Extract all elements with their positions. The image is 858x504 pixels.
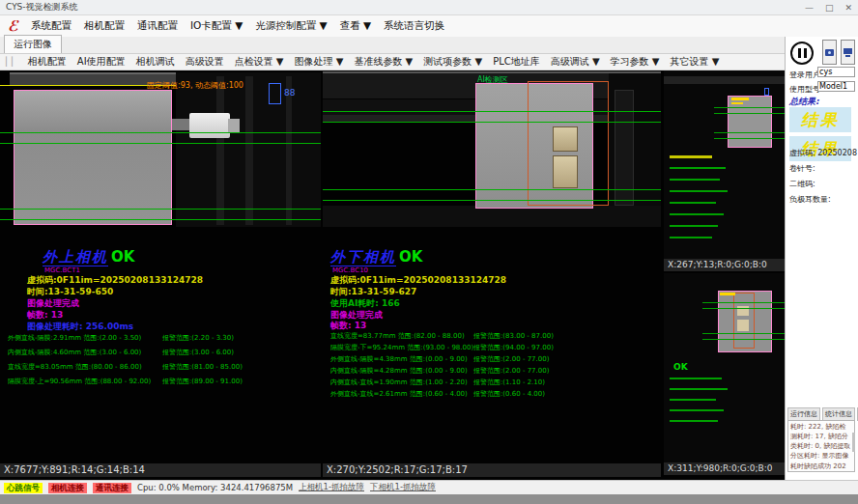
overlay-green-line — [714, 132, 785, 133]
tool-plc-address[interactable]: PLC地址库 — [493, 55, 540, 69]
camera-result-title: 外下相机OK — [330, 248, 422, 266]
overlay-green-line — [323, 111, 661, 112]
pixel-coordinate-bar: X:267;Y:13;R:0;G:0;B:0 — [664, 259, 785, 271]
measurement-row: 内侧直线-直线=1.90mm 范围:(1.00 - 2.20) 报警范围:(1.… — [330, 378, 640, 389]
tool-ai-config[interactable]: AI使用配置 — [77, 55, 126, 69]
measurement-row: 外侧直线-隔膜:2.91mm 范围:(2.00 - 3.50) 报警范围:(2.… — [8, 333, 317, 348]
tool-image-process[interactable]: 图像处理 ▼ — [295, 55, 344, 69]
toolbar-grip: ▏▏ — [6, 57, 17, 67]
overlay-label-mark — [720, 293, 735, 295]
close-icon[interactable]: ✕ — [844, 3, 852, 13]
tool-baseline-params[interactable]: 基准线参数 ▼ — [354, 55, 413, 69]
alarm-range: 报警范围:(2.00 - 77.00) — [473, 354, 549, 364]
mini-text-line — [670, 409, 724, 411]
camera-id: MGC.BCT1 — [44, 266, 80, 274]
maximize-icon[interactable]: □ — [825, 3, 834, 13]
menu-view[interactable]: 查看 ▼ — [340, 19, 371, 33]
menu-camera-config[interactable]: 相机配置 — [84, 19, 125, 33]
tool-camera-debug[interactable]: 相机调试 — [136, 55, 175, 69]
measurement-row: 外侧直线-直线=2.61mm 范围:(0.60 - 4.00) 报警范围:(0.… — [330, 389, 640, 401]
overlay-label-mark — [731, 102, 743, 104]
tool-test-params[interactable]: 测试项参数 ▼ — [423, 55, 482, 69]
tab-run-image[interactable]: 运行图像 — [4, 35, 62, 53]
tool-learning-params[interactable]: 学习参数 ▼ — [611, 55, 660, 69]
camera-name: 外下相机 — [330, 248, 396, 266]
log-output[interactable]: 耗时: 222, 缺陷检测耗时: 17, 缺陷分类耗时: 0, 缺陷提取分区耗时… — [787, 420, 855, 472]
overlay-green-line — [323, 189, 661, 190]
camera-result-ok: OK — [111, 248, 134, 266]
app-logo-icon: ℰ — [8, 19, 18, 34]
overlay-green-line — [323, 200, 661, 201]
menu-comm-config[interactable]: 通讯配置 — [137, 19, 178, 33]
fault-message-lower: 下相机1-抓拍故障 — [370, 482, 436, 493]
camera-icon — [825, 49, 834, 56]
pause-button[interactable] — [790, 42, 814, 65]
info-tab-bar: 运行信息 统计信息 报警信息 — [787, 407, 858, 421]
roi-rect — [764, 88, 769, 96]
mini-text-line — [670, 225, 718, 227]
menu-light-config[interactable]: 光源控制配置 ▼ — [255, 19, 327, 33]
minimize-icon[interactable]: — — [805, 3, 814, 13]
menu-language[interactable]: 系统语言切换 — [384, 19, 444, 33]
pixel-coordinate-bar: X:7677;Y:891;R:14;G:14;B:14 — [0, 463, 321, 477]
alarm-range: 报警范围:(2.00 - 77.00) — [473, 366, 549, 376]
tool-advanced-settings[interactable]: 高级设置 — [186, 55, 224, 69]
measurement-value: 外侧直线-直线=2.61mm 范围:(0.60 - 4.00) — [330, 390, 468, 398]
camera-result-title: 外上相机OK — [43, 248, 134, 266]
thumbnail-bottom-panel[interactable]: OK X:311;Y:980;R:0;G:0;B:0 — [664, 273, 785, 475]
pin-number-field: 卷针号: — [789, 163, 815, 174]
overlay-green-line — [702, 302, 785, 303]
alarm-range: 报警范围:(2.20 - 3.30) — [162, 333, 234, 343]
log-scrollbar[interactable] — [852, 433, 855, 452]
machine-streak — [245, 76, 253, 225]
window-controls: — □ ✕ — [805, 3, 852, 13]
measurement-row: 内侧直线-隔膜=4.28mm 范围:(0.00 - 9.00) 报警范围:(2.… — [330, 366, 640, 378]
camera-connection-badge: 相机连接 — [48, 483, 87, 493]
tab-row: 运行图像 — [0, 37, 858, 54]
overlay-green-line — [714, 138, 785, 139]
camera-result-ok: OK — [399, 248, 422, 266]
measurement-value: 直线宽度=83.77mm 范围:(82.00 - 88.00) — [330, 332, 465, 340]
status-bar: 心跳信号 相机连接 通讯连接 Cpu: 0.0% Memory: 3424.41… — [0, 480, 858, 494]
alarm-range: 报警范围:(3.00 - 6.00) — [162, 348, 234, 357]
info-tab-stats[interactable]: 统计信息 — [822, 407, 855, 421]
mini-text-line — [670, 190, 728, 192]
tool-camera-config[interactable]: 相机配置 — [28, 55, 67, 69]
machine-streak — [216, 76, 224, 225]
mini-text-line — [670, 155, 712, 158]
display-mode-button[interactable] — [841, 40, 855, 65]
mini-text-line — [670, 202, 716, 204]
result-box-1: 结果 — [789, 107, 851, 132]
alarm-range: 报警范围:(81.00 - 85.00) — [162, 362, 243, 372]
tab-count-field: 负极耳数量: — [789, 194, 831, 205]
measurement-value: 外侧直线-隔膜:2.91mm 范围:(2.00 - 3.50) — [8, 334, 141, 342]
left-camera-panel[interactable]: 88 固定阈值:93, 动态阈值:100 外上相机OK MGC.BCT1 虚拟码… — [0, 70, 321, 480]
measurement-value: 内侧直线-直线=1.90mm 范围:(1.00 - 2.20) — [330, 378, 468, 386]
title-bar: CYS-视觉检测系统 — □ ✕ — [0, 0, 858, 15]
barcode-field-value: 20250208 — [817, 149, 857, 157]
machine-streak — [286, 76, 292, 225]
tool-other-settings[interactable]: 其它设置 ▼ — [670, 55, 719, 69]
menu-io-config[interactable]: IO卡配置 ▼ — [190, 19, 243, 33]
model-input[interactable] — [817, 81, 855, 92]
info-tab-run[interactable]: 运行信息 — [787, 407, 820, 421]
tool-spot-check[interactable]: 点检设置 ▼ — [235, 55, 284, 69]
barcode-field: 虚拟码: 20250208 — [789, 148, 857, 158]
process-time-line: 图像处理耗时: 256.00ms — [27, 321, 133, 333]
tool-advanced-debug[interactable]: 高级调试 ▼ — [551, 55, 600, 69]
measurement-list: 直线宽度=83.77mm 范围:(82.00 - 88.00) 报警范围:(83… — [330, 331, 640, 401]
measurement-row: 隔膜宽度-上=90.56mm 范围:(88.00 - 92.00) 报警范围:(… — [8, 377, 317, 391]
app-window: CYS-视觉检测系统 — □ ✕ ℰ 系统配置 相机配置 通讯配置 IO卡配置 … — [0, 0, 858, 494]
thumbnail-top-panel[interactable]: X:267;Y:13;R:0;G:0;B:0 — [664, 70, 785, 271]
login-user-input[interactable] — [817, 67, 855, 77]
camera-id: MGC.BC10 — [332, 266, 368, 274]
camera-view-button[interactable] — [822, 40, 837, 65]
gripper-head — [189, 113, 230, 138]
menu-system-config[interactable]: 系统配置 — [31, 19, 72, 33]
comm-connection-badge: 通讯连接 — [93, 483, 131, 493]
alarm-range: 报警范围:(94.00 - 97.00) — [473, 343, 554, 352]
barcode-field-label: 虚拟码: — [789, 149, 815, 157]
middle-camera-panel[interactable]: AI检测区 外下相机OK MGC.BC10 虚拟码:0F11im=2025020… — [323, 70, 661, 480]
alarm-range: 报警范围:(89.00 - 91.00) — [162, 377, 243, 386]
overlay-green-line — [714, 113, 785, 114]
